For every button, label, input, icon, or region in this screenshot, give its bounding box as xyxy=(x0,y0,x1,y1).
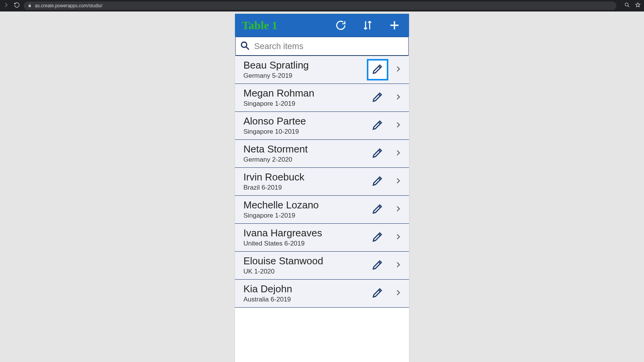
item-text: Neta StormentGermany 2-2020 xyxy=(243,144,367,164)
pencil-icon xyxy=(371,202,384,217)
item-text: Alonso ParteeSingapore 10-2019 xyxy=(243,116,367,136)
item-actions xyxy=(367,199,404,220)
items-list: Beau SpratlingGermany 5-2019Megan Rohman… xyxy=(235,56,409,362)
open-button[interactable] xyxy=(393,174,404,189)
stage: Table 1 Beau SpratlingGermany 5-2019Mega… xyxy=(0,11,644,362)
item-title: Megan Rohman xyxy=(243,88,367,99)
app-title: Table 1 xyxy=(242,19,333,32)
item-subtitle: Germany 2-2020 xyxy=(243,156,367,164)
open-button[interactable] xyxy=(393,230,404,245)
item-text: Beau SpratlingGermany 5-2019 xyxy=(243,60,367,80)
item-text: Kia DejohnAustralia 6-2019 xyxy=(243,283,367,303)
item-subtitle: Singapore 1-2019 xyxy=(243,212,367,219)
svg-point-0 xyxy=(625,3,628,6)
item-actions xyxy=(367,227,404,248)
item-actions xyxy=(367,59,404,80)
list-item[interactable]: Beau SpratlingGermany 5-2019 xyxy=(235,56,409,84)
item-title: Kia Dejohn xyxy=(243,283,367,295)
item-subtitle: Germany 5-2019 xyxy=(243,72,367,80)
edit-button[interactable] xyxy=(367,199,388,220)
app-frame: Table 1 Beau SpratlingGermany 5-2019Mega… xyxy=(235,14,409,362)
header-icons xyxy=(333,18,402,33)
list-item[interactable]: Alonso ParteeSingapore 10-2019 xyxy=(235,112,409,140)
list-item[interactable]: Elouise StanwoodUK 1-2020 xyxy=(235,252,409,280)
pencil-icon xyxy=(371,230,384,245)
list-item[interactable]: Kia DejohnAustralia 6-2019 xyxy=(235,280,409,308)
item-actions xyxy=(367,115,404,136)
item-actions xyxy=(367,171,404,192)
chevron-right-icon xyxy=(395,147,402,160)
pencil-icon xyxy=(371,146,384,161)
pencil-icon xyxy=(371,118,384,133)
chevron-right-icon xyxy=(395,287,402,300)
open-button[interactable] xyxy=(393,286,404,301)
item-subtitle: UK 1-2020 xyxy=(243,268,367,275)
item-text: Elouise StanwoodUK 1-2020 xyxy=(243,256,367,275)
list-item[interactable]: Ivana HargreavesUnited States 6-2019 xyxy=(235,224,409,252)
refresh-icon[interactable] xyxy=(333,18,348,33)
address-bar[interactable]: as.create.powerapps.com/studio/ xyxy=(24,2,616,10)
chevron-right-icon xyxy=(395,63,402,76)
item-title: Ivana Hargreaves xyxy=(243,228,367,239)
search-row xyxy=(235,37,409,56)
forward-arrow-icon[interactable] xyxy=(3,2,9,10)
item-title: Beau Spratling xyxy=(243,60,367,71)
edit-button[interactable] xyxy=(367,255,388,276)
item-text: Ivana HargreavesUnited States 6-2019 xyxy=(243,228,367,247)
open-button[interactable] xyxy=(393,146,404,161)
item-subtitle: Singapore 1-2019 xyxy=(243,100,367,108)
item-actions xyxy=(367,283,404,304)
open-button[interactable] xyxy=(393,118,404,133)
url-text: as.create.powerapps.com/studio/ xyxy=(35,3,102,8)
pencil-icon xyxy=(371,90,384,105)
lock-icon xyxy=(28,2,32,9)
chevron-right-icon xyxy=(395,119,402,132)
item-subtitle: Australia 6-2019 xyxy=(243,296,367,303)
edit-button[interactable] xyxy=(367,115,388,136)
list-item[interactable]: Mechelle LozanoSingapore 1-2019 xyxy=(235,196,409,224)
item-text: Mechelle LozanoSingapore 1-2019 xyxy=(243,200,367,219)
pencil-icon xyxy=(371,174,384,189)
edit-button[interactable] xyxy=(367,59,388,80)
pencil-icon xyxy=(371,62,384,77)
edit-button[interactable] xyxy=(367,171,388,192)
pencil-icon xyxy=(371,286,384,301)
item-text: Megan RohmanSingapore 1-2019 xyxy=(243,88,367,108)
item-subtitle: United States 6-2019 xyxy=(243,240,367,247)
item-text: Irvin RoebuckBrazil 6-2019 xyxy=(243,172,367,192)
open-button[interactable] xyxy=(393,258,404,273)
open-button[interactable] xyxy=(393,62,404,77)
list-item[interactable]: Megan RohmanSingapore 1-2019 xyxy=(235,84,409,112)
edit-button[interactable] xyxy=(367,143,388,164)
add-icon[interactable] xyxy=(387,18,402,33)
chevron-right-icon xyxy=(395,175,402,188)
chevron-right-icon xyxy=(395,259,402,272)
nav-controls xyxy=(3,2,20,10)
list-item[interactable]: Neta StormentGermany 2-2020 xyxy=(235,140,409,168)
edit-button[interactable] xyxy=(367,227,388,248)
edit-button[interactable] xyxy=(367,283,388,304)
zoom-icon[interactable] xyxy=(624,2,630,10)
search-icon xyxy=(240,40,250,52)
item-actions xyxy=(367,143,404,164)
item-title: Elouise Stanwood xyxy=(243,256,367,267)
item-title: Neta Storment xyxy=(243,144,367,155)
star-icon[interactable] xyxy=(635,2,641,10)
reload-icon[interactable] xyxy=(14,2,20,10)
sort-icon[interactable] xyxy=(360,18,375,33)
item-subtitle: Brazil 6-2019 xyxy=(243,184,367,192)
chevron-right-icon xyxy=(395,231,402,244)
search-input[interactable] xyxy=(254,41,406,51)
browser-chrome: as.create.powerapps.com/studio/ xyxy=(0,0,644,11)
item-title: Alonso Partee xyxy=(243,116,367,127)
item-title: Irvin Roebuck xyxy=(243,172,367,183)
edit-button[interactable] xyxy=(367,87,388,108)
open-button[interactable] xyxy=(393,202,404,217)
item-subtitle: Singapore 10-2019 xyxy=(243,128,367,136)
open-button[interactable] xyxy=(393,90,404,105)
list-item[interactable]: Irvin RoebuckBrazil 6-2019 xyxy=(235,168,409,196)
svg-point-1 xyxy=(242,42,247,47)
app-header: Table 1 xyxy=(235,14,409,37)
item-actions xyxy=(367,255,404,276)
item-actions xyxy=(367,87,404,108)
